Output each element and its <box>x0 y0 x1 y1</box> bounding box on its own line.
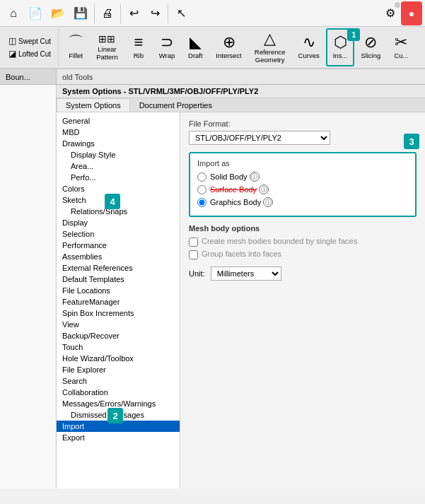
curves-btn[interactable]: ∿ Curves <box>292 28 326 66</box>
lofted-cut-label: Lofted Cut <box>18 50 51 58</box>
fillet-icon: ⌒ <box>68 35 83 50</box>
graphics-body-info-icon: ⓘ <box>263 197 273 207</box>
solid-body-info-icon: ⓘ <box>250 172 260 182</box>
unit-select[interactable]: Millimeters <box>211 266 281 281</box>
graphics-body-row: Graphics Body ⓘ <box>197 197 408 207</box>
instant3d-label: Ins... <box>333 52 348 59</box>
tree-feature-manager[interactable]: FeatureManager <box>57 296 180 307</box>
tree-colors[interactable]: Colors <box>57 183 180 194</box>
fillet-btn[interactable]: ⌒ Fillet <box>62 28 90 66</box>
tree-performance-sub[interactable]: Perfo... <box>57 172 180 183</box>
wrap-label: Wrap <box>159 52 175 59</box>
tree-file-locations[interactable]: File Locations <box>57 285 180 296</box>
rib-btn[interactable]: ≡ Rib <box>124 28 153 66</box>
intersect-btn[interactable]: ⊕ Intersect <box>209 28 248 66</box>
options-tree: General MBD Drawings Display Style Area.… <box>57 112 180 488</box>
group-facets-label: Group facets into faces <box>202 250 281 258</box>
print-btn[interactable]: 🖨 <box>97 1 118 25</box>
options-panel: File Format: STL/OBJ/OFF/PLY/PLY2 3 Impo… <box>180 112 425 488</box>
divider1 <box>94 4 95 23</box>
reference-geometry-btn[interactable]: △ ReferenceGeometry <box>248 28 292 66</box>
file-format-row: STL/OBJ/OFF/PLY/PLY2 3 <box>189 131 417 145</box>
cut-with-btn[interactable]: ✂ Cu... <box>387 28 415 66</box>
breadcrumb: old Tools <box>57 69 425 84</box>
tree-touch[interactable]: Touch <box>57 341 180 353</box>
mesh-section-label: Mesh body options <box>189 224 417 233</box>
tree-export[interactable]: Export <box>57 432 180 443</box>
rib-icon: ≡ <box>134 35 143 50</box>
undo-btn[interactable]: ↩ <box>123 1 144 25</box>
tree-performance[interactable]: Performance <box>57 240 180 251</box>
select-btn[interactable]: ↖ <box>170 1 192 25</box>
solid-body-radio[interactable] <box>197 172 206 182</box>
create-mesh-checkbox[interactable] <box>189 238 198 247</box>
curves-label: Curves <box>298 52 320 59</box>
tree-external-references[interactable]: External References <box>57 262 180 274</box>
main-area: System Options - STL/VRML/3MF/OBJ/OFF/PL… <box>0 85 425 488</box>
annotation-1: 1 <box>347 28 360 41</box>
alert-icon: ● <box>409 8 414 18</box>
graphics-body-radio[interactable] <box>197 198 206 207</box>
lofted-cut-btn[interactable]: ◪ Lofted Cut <box>6 47 54 60</box>
ribbon: ◫ Swept Cut ◪ Lofted Cut ⌒ Fillet ⊞⊞ Lin… <box>0 27 425 69</box>
tree-assemblies[interactable]: Assemblies <box>57 251 180 262</box>
new-icon: 📄 <box>28 8 42 19</box>
draft-btn[interactable]: ◣ Draft <box>181 28 209 66</box>
tree-display-style[interactable]: Display Style <box>57 149 180 160</box>
tab-system-options[interactable]: System Options <box>57 98 130 112</box>
tree-selection[interactable]: Selection <box>57 228 180 240</box>
tree-backup-recover[interactable]: Backup/Recover <box>57 330 180 341</box>
linear-pattern-label: LinearPattern <box>96 45 118 61</box>
home-btn[interactable]: ⌂ <box>3 1 24 25</box>
print-icon: 🖨 <box>102 8 113 19</box>
file-format-select[interactable]: STL/OBJ/OFF/PLY/PLY2 <box>189 131 330 145</box>
reference-geometry-icon: △ <box>264 31 276 47</box>
redo-btn[interactable]: ↪ <box>144 1 165 25</box>
dialog-area: System Options - STL/VRML/3MF/OBJ/OFF/PL… <box>57 85 425 488</box>
home-icon: ⌂ <box>10 8 17 19</box>
tree-file-explorer[interactable]: File Explorer <box>57 364 180 375</box>
left-panel-label: Boun... <box>0 69 57 85</box>
tree-view[interactable]: View <box>57 319 180 330</box>
tree-default-templates[interactable]: Default Templates <box>57 274 180 285</box>
reference-geometry-label: ReferenceGeometry <box>255 48 286 64</box>
open-btn[interactable]: 📂 <box>47 1 69 25</box>
surface-body-radio[interactable] <box>197 185 206 194</box>
create-mesh-label: Create mesh bodies bounded by single fac… <box>202 237 357 245</box>
save-btn[interactable]: 💾 <box>69 1 92 25</box>
tree-hole-wizard[interactable]: Hole Wizard/Toolbox <box>57 353 180 364</box>
tree-area[interactable]: Area... <box>57 160 180 172</box>
swept-cut-label: Swept Cut <box>18 37 51 45</box>
open-icon: 📂 <box>51 8 65 19</box>
tree-collaboration[interactable]: Collaboration <box>57 387 180 398</box>
surface-body-row: Surface Body ⓘ <box>197 184 408 194</box>
swept-cut-btn[interactable]: ◫ Swept Cut <box>6 35 54 47</box>
tree-general[interactable]: General <box>57 115 180 127</box>
tab-document-properties[interactable]: Document Properties <box>130 98 221 112</box>
tree-display[interactable]: Display <box>57 217 180 228</box>
curves-icon: ∿ <box>303 35 315 50</box>
tree-mbd[interactable]: MBD <box>57 127 180 138</box>
dialog-title: System Options - STL/VRML/3MF/OBJ/OFF/PL… <box>62 87 258 95</box>
draft-icon: ◣ <box>190 35 202 50</box>
import-as-box: Import as Solid Body ⓘ Surface Body ⓘ <box>189 152 417 217</box>
surface-body-info-icon: ⓘ <box>259 184 269 194</box>
cut-with-icon: ✂ <box>395 35 407 50</box>
draft-label: Draft <box>188 52 203 59</box>
mesh-checkbox-1-row: Create mesh bodies bounded by single fac… <box>189 237 417 247</box>
intersect-icon: ⊕ <box>223 35 235 50</box>
graphics-body-label: Graphics Body <box>210 198 261 206</box>
alert-btn[interactable]: ● <box>401 1 422 25</box>
wrap-btn[interactable]: ⊃ Wrap <box>153 28 182 66</box>
tree-spin-box[interactable]: Spin Box Increments <box>57 307 180 319</box>
tree-search[interactable]: Search <box>57 375 180 387</box>
instant3d-icon: ⬡ <box>334 35 347 50</box>
group-facets-checkbox[interactable] <box>189 250 198 259</box>
tree-drawings[interactable]: Drawings <box>57 138 180 149</box>
annotation-3: 3 <box>404 134 419 149</box>
save-icon: 💾 <box>74 8 88 19</box>
instant3d-btn[interactable]: ⬡ Ins... 1 <box>326 28 355 66</box>
new-btn[interactable]: 📄 <box>24 1 47 25</box>
linear-pattern-btn[interactable]: ⊞⊞ LinearPattern <box>90 28 124 66</box>
options-btn[interactable]: ⚙ <box>380 1 401 25</box>
